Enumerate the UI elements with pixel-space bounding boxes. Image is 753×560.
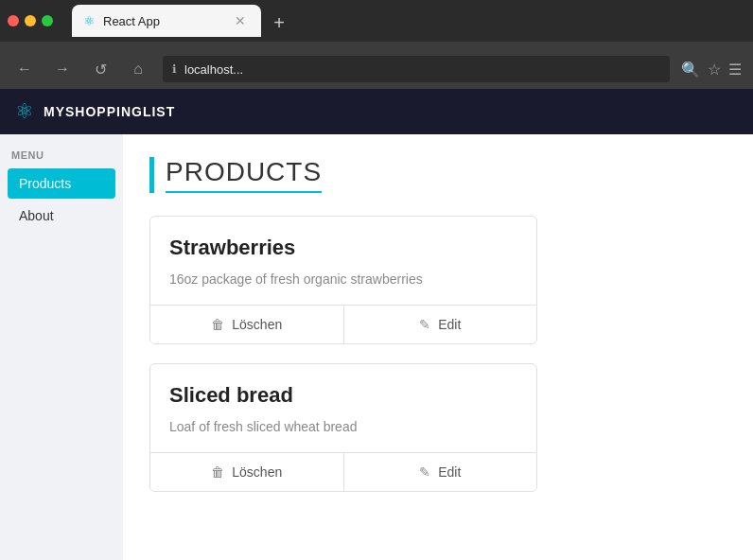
active-tab[interactable]: ⚛ React App ✕	[72, 5, 261, 37]
refresh-button[interactable]: ↺	[87, 56, 114, 82]
traffic-lights	[8, 15, 53, 26]
delete-label-2: Löschen	[232, 464, 282, 480]
app-body: MENU Products About PRODUCTS Strawberrie…	[0, 134, 753, 560]
tab-bar-bottom	[0, 42, 753, 49]
product-card: Sliced bread Loaf of fresh sliced wheat …	[149, 363, 537, 492]
product-card: Strawberries 16oz package of fresh organ…	[149, 216, 537, 344]
edit-label-2: Edit	[438, 464, 461, 480]
address-text: localhost...	[184, 62, 660, 77]
home-button[interactable]: ⌂	[125, 56, 151, 82]
tab-favicon-icon: ⚛	[83, 13, 96, 28]
sidebar-menu-label: MENU	[8, 149, 115, 161]
trash-icon: 🗑	[211, 317, 224, 332]
new-tab-button[interactable]: +	[265, 9, 293, 37]
address-info-icon: ℹ	[172, 62, 177, 76]
edit-button-2[interactable]: ✎ Edit	[343, 453, 537, 491]
sidebar-item-products[interactable]: Products	[8, 168, 115, 199]
trash-icon-2: 🗑	[211, 464, 224, 480]
product-card-body: Sliced bread Loaf of fresh sliced wheat …	[150, 364, 536, 452]
edit-button[interactable]: ✎ Edit	[343, 306, 537, 343]
page-heading: PRODUCTS	[149, 157, 727, 193]
bookmark-icon[interactable]: ☆	[708, 61, 721, 79]
title-bar: ⚛ React App ✕ +	[0, 0, 753, 42]
forward-button[interactable]: →	[49, 56, 76, 82]
page-title: PRODUCTS	[166, 157, 322, 193]
edit-icon-2: ✎	[419, 464, 430, 480]
traffic-light-red[interactable]	[8, 15, 19, 26]
address-bar: ← → ↺ ⌂ ℹ localhost... 🔍 ☆ ☰	[0, 49, 753, 89]
sidebar-item-about[interactable]: About	[8, 201, 115, 231]
sidebar: MENU Products About	[0, 134, 123, 560]
tab-close-button[interactable]: ✕	[231, 11, 250, 30]
traffic-light-yellow[interactable]	[25, 15, 36, 26]
app-header: ⚛ MYSHOPPINGLIST	[0, 89, 753, 134]
edit-icon: ✎	[419, 317, 430, 332]
product-description: 16oz package of fresh organic strawberri…	[169, 270, 517, 289]
product-name: Strawberries	[169, 236, 517, 260]
edit-label: Edit	[438, 317, 461, 332]
app-logo-icon: ⚛	[15, 99, 34, 124]
delete-button-2[interactable]: 🗑 Löschen	[150, 453, 343, 491]
address-actions: 🔍 ☆ ☰	[681, 61, 742, 79]
back-button[interactable]: ←	[11, 56, 38, 82]
traffic-light-green[interactable]	[42, 15, 53, 26]
main-content: PRODUCTS Strawberries 16oz package of fr…	[123, 134, 753, 560]
address-field[interactable]: ℹ localhost...	[163, 56, 670, 82]
tab-bar: ⚛ React App ✕ +	[64, 5, 745, 37]
browser-chrome: ⚛ React App ✕ + ← → ↺ ⌂ ℹ localhost... 🔍…	[0, 0, 753, 89]
app-wrapper: ⚛ MYSHOPPINGLIST MENU Products About PRO…	[0, 89, 753, 560]
heading-accent	[149, 157, 154, 193]
product-card-body: Strawberries 16oz package of fresh organ…	[150, 217, 536, 305]
product-card-footer: 🗑 Löschen ✎ Edit	[150, 305, 536, 343]
tab-title: React App	[103, 14, 223, 28]
product-name: Sliced bread	[169, 383, 517, 408]
product-card-footer-2: 🗑 Löschen ✎ Edit	[150, 452, 536, 491]
delete-button[interactable]: 🗑 Löschen	[150, 306, 343, 343]
app-title: MYSHOPPINGLIST	[44, 104, 175, 119]
product-description: Loaf of fresh sliced wheat bread	[169, 417, 517, 437]
reading-list-icon[interactable]: ☰	[728, 61, 742, 79]
search-icon[interactable]: 🔍	[681, 61, 700, 79]
delete-label: Löschen	[232, 317, 282, 332]
